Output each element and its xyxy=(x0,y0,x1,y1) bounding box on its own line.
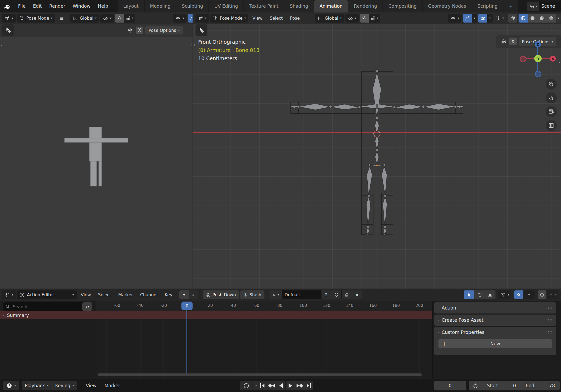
panel-grip-icon[interactable] xyxy=(546,306,553,310)
fake-user-button[interactable] xyxy=(331,290,342,299)
xray-toggle[interactable] xyxy=(508,14,517,23)
shading-solid[interactable] xyxy=(528,14,537,23)
filter-dropdown[interactable]: ▾ xyxy=(498,290,512,299)
mode-dropdown[interactable]: Pose Mode ▾ xyxy=(210,14,248,23)
menu-marker[interactable]: Marker xyxy=(101,383,124,388)
jump-to-end-button[interactable] xyxy=(304,381,313,390)
snap-toggle[interactable] xyxy=(514,290,523,299)
only-selected-toggle[interactable] xyxy=(464,290,474,299)
tab-uv-editing[interactable]: UV Editing xyxy=(209,0,244,12)
mirror-x-toggle[interactable]: X xyxy=(509,38,517,45)
jump-to-start-button[interactable] xyxy=(258,381,267,390)
channel-search[interactable] xyxy=(3,302,86,311)
menu-view[interactable]: View xyxy=(78,292,94,297)
panel-grip-icon[interactable] xyxy=(546,331,553,334)
snap-toggle[interactable] xyxy=(360,14,369,23)
new-action-button[interactable] xyxy=(342,290,352,299)
auto-keying-toggle[interactable] xyxy=(240,381,253,390)
editor-type-dropdown[interactable]: ▾ xyxy=(2,290,16,299)
armature-display-dropdown[interactable]: ▾ xyxy=(494,14,506,23)
region-toggle-right[interactable]: ‹ xyxy=(190,43,192,47)
navigation-gizmo[interactable]: Z X -Y xyxy=(518,38,560,81)
camera-view-button[interactable] xyxy=(546,106,557,117)
menu-select[interactable]: Select xyxy=(267,16,286,21)
tab-geometry-nodes[interactable]: Geometry Nodes xyxy=(423,0,472,12)
action-browse-dropdown[interactable]: ▾ xyxy=(269,290,282,299)
use-preview-range-button[interactable] xyxy=(469,381,482,390)
expand-channels-button[interactable]: ↔ xyxy=(82,302,92,311)
mode-dropdown[interactable]: Pose Mode ▾ xyxy=(17,14,55,23)
pan-button[interactable] xyxy=(546,92,557,103)
transform-orientation-dropdown[interactable]: Global ▾ xyxy=(315,14,344,23)
timeline-ruler[interactable]: -60 -40 -20 0 20 40 60 80 100 120 140 16… xyxy=(96,301,432,311)
gizmo-toggle[interactable] xyxy=(463,14,472,23)
action-users-count[interactable]: 2 xyxy=(321,290,331,299)
action-name-field[interactable]: Defualt xyxy=(282,290,321,299)
unlink-action-button[interactable]: × xyxy=(352,290,362,299)
tab-shading[interactable]: Shading xyxy=(284,0,314,12)
panel-action[interactable]: › Action xyxy=(434,302,556,313)
active-tool-tweak[interactable] xyxy=(2,24,14,36)
menu-window[interactable]: Window xyxy=(69,0,94,12)
tab-sculpting[interactable]: Sculpting xyxy=(176,0,209,12)
show-gizmo-dropdown[interactable]: ▾ xyxy=(448,14,462,23)
gizmo-axis-z[interactable]: Z xyxy=(535,41,541,47)
menu-render[interactable]: Render xyxy=(45,0,69,12)
tab-layout[interactable]: Layout xyxy=(118,0,145,12)
editor-type-dropdown[interactable]: ▾ xyxy=(195,14,209,23)
overlays-dropdown[interactable]: ▾ xyxy=(487,14,493,23)
proportional-edit-toggle[interactable] xyxy=(538,290,546,299)
editor-type-dropdown[interactable]: ▾ xyxy=(2,14,16,23)
gizmo-dropdown[interactable]: ▾ xyxy=(472,14,477,23)
push-down-button[interactable]: Push Down xyxy=(203,290,239,299)
scene-selector[interactable]: ▾ Scene xyxy=(527,2,561,11)
editor-mode-dropdown[interactable]: Action Editor ▾ xyxy=(17,290,77,299)
editor-type-dropdown[interactable]: ▾ xyxy=(3,381,19,390)
active-tool-tweak[interactable] xyxy=(195,24,207,36)
horizontal-scrollbar[interactable] xyxy=(98,373,422,376)
region-toggle-left[interactable]: › xyxy=(194,43,195,47)
search-input[interactable] xyxy=(12,304,72,310)
menu-pose[interactable]: Pose xyxy=(287,16,303,21)
shading-material[interactable] xyxy=(537,14,546,23)
tab-compositing[interactable]: Compositing xyxy=(383,0,423,12)
transform-orientation-dropdown[interactable]: Global ▾ xyxy=(70,14,99,23)
menu-key[interactable]: Key xyxy=(162,292,175,297)
menu-view[interactable]: View xyxy=(82,383,101,388)
snap-with-dropdown[interactable]: ▾ xyxy=(369,14,380,23)
gizmo-axis-neg-z[interactable] xyxy=(535,71,541,77)
keyframe-area[interactable] xyxy=(96,311,432,379)
previous-keyframe-button[interactable] xyxy=(267,381,276,390)
overlays-toggle[interactable] xyxy=(478,14,487,23)
playhead-badge[interactable]: 0 xyxy=(181,302,193,310)
current-frame-field[interactable]: 0 xyxy=(434,381,466,390)
menu-help[interactable]: Help xyxy=(94,0,112,12)
menu-channel[interactable]: Channel xyxy=(137,292,160,297)
snap-toggle[interactable] xyxy=(115,14,124,23)
summary-channel[interactable]: › Summary xyxy=(0,311,433,319)
sidebar-toggle[interactable]: ‹ xyxy=(559,61,560,65)
menu-file[interactable]: File xyxy=(14,0,29,12)
menu-edit[interactable]: Edit xyxy=(29,0,45,12)
play-reverse-button[interactable] xyxy=(276,381,286,390)
show-gizmo-dropdown[interactable]: ▾ xyxy=(173,14,186,23)
play-button[interactable] xyxy=(286,381,295,390)
panel-create-pose-asset[interactable]: › Create Pose Asset xyxy=(434,315,556,326)
move-layer-up-button[interactable]: ▲ xyxy=(189,290,198,299)
viewport-left[interactable]: ▾ Pose Mode ▾ Global ▾ ▾ xyxy=(0,12,193,289)
gizmo-axis-neg-x[interactable] xyxy=(520,56,526,62)
start-frame-field[interactable]: Start 0 xyxy=(482,381,521,390)
hide-channels-toggle[interactable] xyxy=(474,290,485,299)
shading-dropdown[interactable]: ▾ xyxy=(556,14,561,23)
pose-options-dropdown[interactable]: Pose Options ▾ xyxy=(145,26,183,34)
viewport-right[interactable]: ▾ Pose Mode ▾ View Select Pose Global ▾ … xyxy=(193,12,561,289)
gizmo-axis-neg-y[interactable]: -Y xyxy=(534,55,542,62)
panel-custom-properties[interactable]: › Custom Properties + New xyxy=(434,327,556,355)
playhead-line[interactable] xyxy=(186,310,187,373)
snap-mode-dropdown[interactable]: ▾ xyxy=(523,290,535,299)
end-frame-field[interactable]: End 78 xyxy=(521,381,560,390)
show-errors-toggle[interactable] xyxy=(485,290,495,299)
mirror-x-toggle[interactable]: X xyxy=(136,27,143,34)
viewport-hamburger-menu[interactable] xyxy=(56,16,67,20)
snap-with-dropdown[interactable]: ▾ xyxy=(124,14,136,23)
